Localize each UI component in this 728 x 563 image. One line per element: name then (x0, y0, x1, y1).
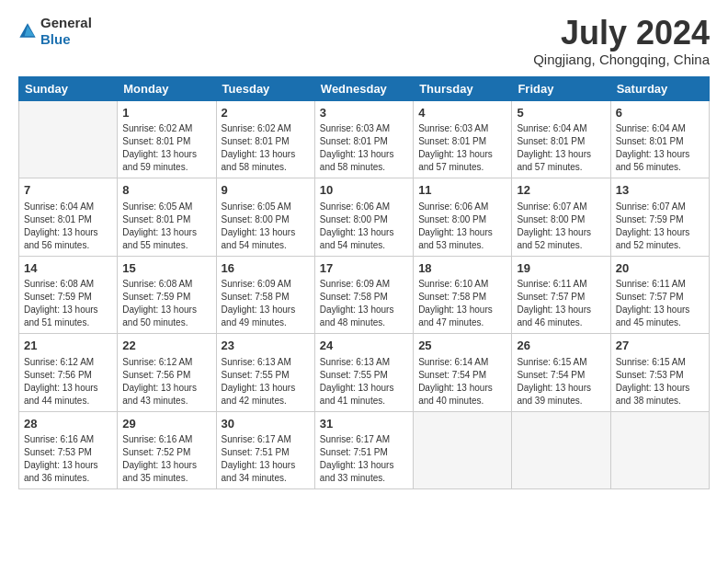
weekday-header-wednesday: Wednesday (314, 76, 413, 100)
day-number: 24 (320, 338, 408, 354)
day-info: Sunrise: 6:13 AMSunset: 7:55 PMDaylight:… (222, 356, 310, 408)
calendar-cell: 22Sunrise: 6:12 AMSunset: 7:56 PMDayligh… (118, 334, 216, 412)
day-number: 5 (517, 105, 605, 121)
day-info: Sunrise: 6:13 AMSunset: 7:55 PMDaylight:… (320, 356, 408, 408)
day-info: Sunrise: 6:12 AMSunset: 7:56 PMDaylight:… (24, 356, 112, 408)
day-info: Sunrise: 6:12 AMSunset: 7:56 PMDaylight:… (122, 356, 210, 408)
calendar-cell: 20Sunrise: 6:11 AMSunset: 7:57 PMDayligh… (610, 256, 709, 334)
weekday-header-tuesday: Tuesday (216, 76, 314, 100)
day-info: Sunrise: 6:05 AMSunset: 8:00 PMDaylight:… (222, 201, 310, 252)
day-info: Sunrise: 6:11 AMSunset: 7:57 PMDaylight:… (517, 278, 605, 329)
weekday-header-saturday: Saturday (610, 76, 709, 100)
calendar-cell: 28Sunrise: 6:16 AMSunset: 7:53 PMDayligh… (19, 411, 118, 489)
day-info: Sunrise: 6:15 AMSunset: 7:54 PMDaylight:… (517, 356, 605, 408)
day-number: 14 (24, 260, 112, 277)
calendar-cell: 29Sunrise: 6:16 AMSunset: 7:52 PMDayligh… (118, 411, 216, 489)
day-number: 1 (122, 105, 210, 121)
calendar-cell: 2Sunrise: 6:02 AMSunset: 8:01 PMDaylight… (216, 100, 314, 178)
calendar-cell: 8Sunrise: 6:05 AMSunset: 8:01 PMDaylight… (118, 178, 216, 257)
day-number: 26 (517, 338, 605, 354)
calendar-cell (414, 411, 512, 489)
day-info: Sunrise: 6:03 AMSunset: 8:01 PMDaylight:… (320, 122, 408, 174)
day-info: Sunrise: 6:17 AMSunset: 7:51 PMDaylight:… (222, 433, 310, 485)
day-number: 13 (616, 182, 704, 199)
calendar-cell: 14Sunrise: 6:08 AMSunset: 7:59 PMDayligh… (19, 256, 118, 334)
day-number: 29 (122, 416, 210, 432)
day-info: Sunrise: 6:04 AMSunset: 8:01 PMDaylight:… (517, 122, 605, 174)
day-info: Sunrise: 6:08 AMSunset: 7:59 PMDaylight:… (24, 278, 112, 329)
calendar-cell: 3Sunrise: 6:03 AMSunset: 8:01 PMDaylight… (314, 100, 413, 178)
calendar-cell: 19Sunrise: 6:11 AMSunset: 7:57 PMDayligh… (512, 256, 610, 334)
logo-icon (18, 22, 37, 40)
calendar-cell: 6Sunrise: 6:04 AMSunset: 8:01 PMDaylight… (610, 100, 709, 178)
day-number: 25 (418, 338, 506, 354)
day-number: 15 (122, 260, 210, 277)
day-number: 8 (122, 182, 210, 199)
day-number: 3 (320, 105, 408, 121)
calendar-cell: 13Sunrise: 6:07 AMSunset: 7:59 PMDayligh… (610, 178, 709, 257)
day-number: 7 (24, 182, 112, 199)
weekday-header-thursday: Thursday (414, 76, 512, 100)
day-info: Sunrise: 6:07 AMSunset: 7:59 PMDaylight:… (616, 201, 704, 252)
day-info: Sunrise: 6:10 AMSunset: 7:58 PMDaylight:… (418, 278, 506, 329)
calendar-cell: 16Sunrise: 6:09 AMSunset: 7:58 PMDayligh… (216, 256, 314, 334)
weekday-header-sunday: Sunday (19, 76, 118, 100)
day-info: Sunrise: 6:14 AMSunset: 7:54 PMDaylight:… (418, 356, 506, 408)
calendar-cell: 10Sunrise: 6:06 AMSunset: 8:00 PMDayligh… (314, 178, 413, 257)
day-number: 10 (320, 182, 408, 199)
day-info: Sunrise: 6:11 AMSunset: 7:57 PMDaylight:… (616, 278, 704, 329)
page: General Blue July 2024 Qingjiang, Chongq… (0, 0, 728, 563)
day-info: Sunrise: 6:09 AMSunset: 7:58 PMDaylight:… (222, 278, 310, 329)
week-row-5: 28Sunrise: 6:16 AMSunset: 7:53 PMDayligh… (19, 411, 710, 489)
title-area: July 2024 Qingjiang, Chongqing, China (533, 15, 710, 67)
day-number: 18 (418, 260, 506, 277)
calendar-cell: 4Sunrise: 6:03 AMSunset: 8:01 PMDaylight… (414, 100, 512, 178)
logo-general: General (40, 15, 92, 30)
calendar-cell: 11Sunrise: 6:06 AMSunset: 8:00 PMDayligh… (414, 178, 512, 257)
day-info: Sunrise: 6:16 AMSunset: 7:53 PMDaylight:… (24, 433, 112, 485)
calendar-cell: 9Sunrise: 6:05 AMSunset: 8:00 PMDaylight… (216, 178, 314, 257)
day-number: 27 (616, 338, 704, 354)
location: Qingjiang, Chongqing, China (533, 52, 710, 67)
day-number: 19 (517, 260, 605, 277)
day-info: Sunrise: 6:04 AMSunset: 8:01 PMDaylight:… (616, 122, 704, 174)
calendar-cell: 27Sunrise: 6:15 AMSunset: 7:53 PMDayligh… (610, 334, 709, 412)
day-info: Sunrise: 6:08 AMSunset: 7:59 PMDaylight:… (122, 278, 210, 329)
calendar-cell: 31Sunrise: 6:17 AMSunset: 7:51 PMDayligh… (314, 411, 413, 489)
day-info: Sunrise: 6:17 AMSunset: 7:51 PMDaylight:… (320, 433, 408, 485)
month-year: July 2024 (533, 15, 710, 52)
day-number: 22 (122, 338, 210, 354)
day-info: Sunrise: 6:09 AMSunset: 7:58 PMDaylight:… (320, 278, 408, 329)
day-number: 17 (320, 260, 408, 277)
calendar-cell: 26Sunrise: 6:15 AMSunset: 7:54 PMDayligh… (512, 334, 610, 412)
calendar-cell: 21Sunrise: 6:12 AMSunset: 7:56 PMDayligh… (19, 334, 118, 412)
day-info: Sunrise: 6:06 AMSunset: 8:00 PMDaylight:… (418, 201, 506, 252)
day-number: 6 (616, 105, 704, 121)
week-row-3: 14Sunrise: 6:08 AMSunset: 7:59 PMDayligh… (19, 256, 710, 334)
day-number: 20 (616, 260, 704, 277)
day-number: 2 (222, 105, 310, 121)
calendar-cell (512, 411, 610, 489)
calendar-cell: 12Sunrise: 6:07 AMSunset: 8:00 PMDayligh… (512, 178, 610, 257)
day-number: 16 (222, 260, 310, 277)
day-info: Sunrise: 6:15 AMSunset: 7:53 PMDaylight:… (616, 356, 704, 408)
day-info: Sunrise: 6:07 AMSunset: 8:00 PMDaylight:… (517, 201, 605, 252)
week-row-1: 1Sunrise: 6:02 AMSunset: 8:01 PMDaylight… (19, 100, 710, 178)
day-number: 30 (222, 416, 310, 432)
week-row-4: 21Sunrise: 6:12 AMSunset: 7:56 PMDayligh… (19, 334, 710, 412)
calendar-cell: 24Sunrise: 6:13 AMSunset: 7:55 PMDayligh… (314, 334, 413, 412)
calendar-cell: 25Sunrise: 6:14 AMSunset: 7:54 PMDayligh… (414, 334, 512, 412)
calendar-cell: 1Sunrise: 6:02 AMSunset: 8:01 PMDaylight… (118, 100, 216, 178)
header: General Blue July 2024 Qingjiang, Chongq… (18, 15, 710, 67)
weekday-header-monday: Monday (118, 76, 216, 100)
day-number: 23 (222, 338, 310, 354)
day-number: 12 (517, 182, 605, 199)
logo-blue: Blue (40, 31, 71, 47)
day-info: Sunrise: 6:05 AMSunset: 8:01 PMDaylight:… (122, 201, 210, 252)
calendar: SundayMondayTuesdayWednesdayThursdayFrid… (18, 76, 710, 490)
calendar-cell: 18Sunrise: 6:10 AMSunset: 7:58 PMDayligh… (414, 256, 512, 334)
day-number: 28 (24, 416, 112, 432)
day-info: Sunrise: 6:16 AMSunset: 7:52 PMDaylight:… (122, 433, 210, 485)
logo: General Blue (18, 15, 92, 48)
day-number: 11 (418, 182, 506, 199)
